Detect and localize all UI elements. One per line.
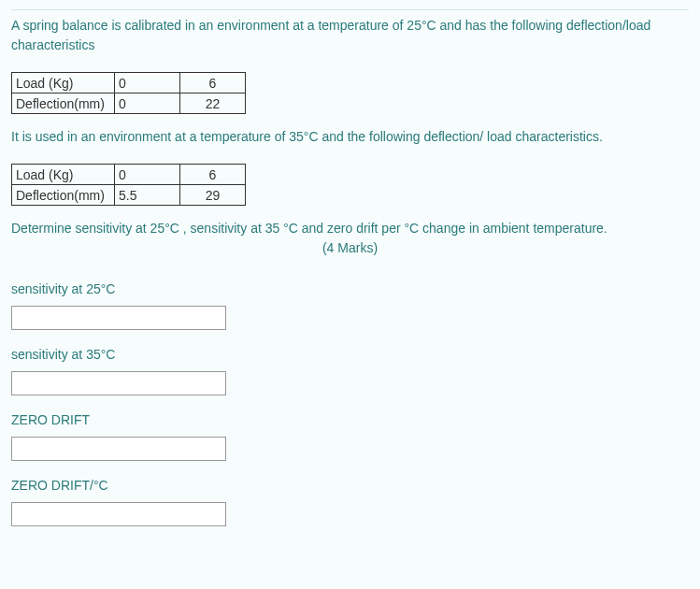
top-separator: [11, 9, 689, 10]
table-row: Load (Kg) 0 6: [12, 73, 246, 93]
table-cell-value: 22: [180, 93, 246, 114]
answer-label: ZERO DRIFT: [11, 412, 689, 427]
table-cell-value: 6: [180, 73, 246, 93]
table-cell-value: 0: [115, 165, 180, 185]
table-cell-value: 0: [115, 93, 180, 114]
answer-label: sensitivity at 25°C: [11, 281, 689, 296]
sensitivity-25-input[interactable]: [11, 306, 226, 330]
table-25c: Load (Kg) 0 6 Deflection(mm) 0 22: [11, 72, 246, 114]
table-cell-value: 6: [180, 165, 246, 185]
table-row: Deflection(mm) 0 22: [12, 93, 246, 114]
answer-block-zero-drift: ZERO DRIFT: [11, 412, 689, 461]
determine-text: Determine sensitivity at 25°C , sensitiv…: [11, 219, 689, 238]
table-cell-label: Load (Kg): [12, 165, 115, 185]
table-cell-value: 29: [180, 185, 246, 206]
answer-block-sensitivity-25: sensitivity at 25°C: [11, 281, 689, 330]
table-35c: Load (Kg) 0 6 Deflection(mm) 5.5 29: [11, 164, 246, 206]
table-cell-label: Deflection(mm): [12, 185, 115, 206]
mid-text: It is used in an environment at a temper…: [11, 127, 689, 147]
table-row: Deflection(mm) 5.5 29: [12, 185, 246, 206]
answer-label: ZERO DRIFT/°C: [11, 478, 689, 493]
table-cell-label: Load (Kg): [12, 73, 115, 93]
answer-block-sensitivity-35: sensitivity at 35°C: [11, 347, 689, 395]
zero-drift-per-c-input[interactable]: [11, 502, 226, 526]
answer-label: sensitivity at 35°C: [11, 347, 689, 362]
table-cell-label: Deflection(mm): [12, 93, 115, 114]
table-cell-value: 0: [115, 73, 180, 93]
sensitivity-35-input[interactable]: [11, 371, 226, 395]
marks-text: (4 Marks): [11, 240, 689, 255]
question-intro: A spring balance is calibrated in an env…: [11, 16, 689, 55]
table-cell-value: 5.5: [115, 185, 180, 206]
zero-drift-input[interactable]: [11, 437, 226, 461]
table-row: Load (Kg) 0 6: [12, 165, 246, 185]
answer-block-zero-drift-per-c: ZERO DRIFT/°C: [11, 478, 689, 522]
